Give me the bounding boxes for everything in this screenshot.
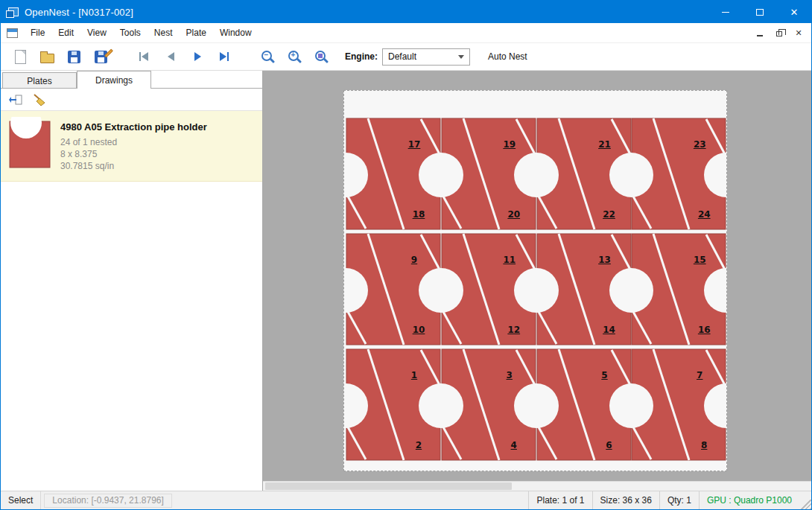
go-first-button[interactable]	[130, 45, 157, 68]
menu-file[interactable]: File	[24, 24, 51, 42]
menu-tools[interactable]: Tools	[113, 24, 148, 42]
tab-plates[interactable]: Plates	[2, 72, 77, 89]
part-number[interactable]: 24	[689, 209, 719, 220]
close-icon: ✕	[790, 7, 799, 17]
part-number[interactable]: 16	[689, 325, 719, 335]
go-first-icon	[139, 52, 148, 61]
status-qty: Qty: 1	[659, 491, 699, 509]
zoom-in-button[interactable]: +	[281, 45, 308, 68]
nested-part-pair[interactable]: 1718	[346, 117, 441, 231]
part-number[interactable]: 3	[495, 370, 524, 380]
engine-dropdown[interactable]: Default	[382, 48, 470, 66]
open-file-button[interactable]	[34, 45, 60, 68]
part-number[interactable]: 4	[499, 440, 529, 450]
nested-part-pair[interactable]: 910	[346, 232, 441, 346]
part-number[interactable]: 8	[689, 440, 719, 450]
status-size: Size: 36 x 36	[592, 491, 659, 509]
go-last-button[interactable]	[211, 45, 238, 68]
part-number[interactable]: 1	[399, 370, 429, 380]
menu-edit[interactable]: Edit	[51, 24, 80, 42]
menu-nest[interactable]: Nest	[148, 24, 180, 42]
engine-value: Default	[388, 51, 416, 62]
part-number[interactable]: 2	[404, 440, 434, 450]
save-button[interactable]	[60, 45, 87, 68]
menu-window[interactable]: Window	[213, 24, 258, 42]
nested-part-pair[interactable]: 34	[441, 348, 536, 462]
go-next-icon	[194, 52, 201, 61]
save-edit-button[interactable]	[87, 45, 114, 68]
part-number[interactable]: 15	[685, 255, 714, 265]
nested-part-pair[interactable]: 2324	[631, 117, 726, 231]
part-number[interactable]: 13	[590, 255, 620, 265]
window-title: OpenNest - [N0317-002]	[25, 7, 133, 18]
zoom-out-button[interactable]: −	[254, 45, 281, 68]
mdi-minimize-button[interactable]	[752, 26, 768, 39]
part-number[interactable]: 12	[499, 325, 529, 335]
new-file-icon	[15, 50, 26, 64]
mdi-minimize-icon	[757, 35, 763, 36]
engine-label: Engine:	[345, 51, 378, 62]
part-number[interactable]: 10	[404, 325, 434, 335]
close-button[interactable]: ✕	[777, 1, 811, 23]
drawing-thumbnail	[8, 117, 51, 173]
nested-part-pair[interactable]: 1112	[441, 232, 536, 346]
status-bar: Select Location: [-0.9437, 21.8796] Plat…	[1, 491, 811, 509]
nested-part-pair[interactable]: 56	[536, 348, 632, 462]
zoom-fit-button[interactable]	[308, 45, 334, 68]
part-number[interactable]: 20	[499, 209, 529, 220]
status-location: Location: [-0.9437, 21.8796]	[44, 494, 171, 508]
go-next-button[interactable]	[184, 45, 211, 68]
status-mode: Select	[1, 491, 41, 509]
drawing-title: 4980 A05 Extraction pipe holder	[60, 121, 207, 133]
new-file-button[interactable]	[7, 45, 34, 68]
part-number[interactable]: 6	[594, 440, 624, 450]
resize-grip[interactable]	[801, 499, 811, 509]
menu-view[interactable]: View	[80, 24, 113, 42]
part-number[interactable]: 18	[404, 209, 434, 220]
zoom-out-icon: −	[261, 51, 272, 61]
tab-drawings[interactable]: Drawings	[77, 71, 151, 89]
part-number[interactable]: 22	[594, 209, 624, 220]
left-panel: Plates Drawings	[1, 71, 263, 491]
tab-strip: Plates Drawings	[1, 71, 262, 89]
import-drawings-button[interactable]	[5, 90, 26, 109]
part-number[interactable]: 5	[590, 370, 620, 380]
drawing-list-item[interactable]: 4980 A05 Extraction pipe holder 24 of 1 …	[1, 111, 262, 182]
drawing-size: 8 x 8.375	[60, 148, 207, 160]
nested-part-pair[interactable]: 1314	[536, 232, 632, 346]
nest-canvas[interactable]: 171819202122232491011121314151612345678	[263, 71, 811, 491]
nested-part-pair[interactable]: 2122	[536, 117, 632, 231]
mdi-restore-button[interactable]	[771, 26, 787, 39]
part-number[interactable]: 23	[685, 139, 714, 150]
scrollbar-thumb[interactable]	[265, 482, 512, 490]
part-number[interactable]: 17	[399, 139, 429, 150]
menu-bar: File Edit View Tools Nest Plate Window ✕	[1, 23, 811, 43]
mdi-close-button[interactable]: ✕	[790, 26, 807, 39]
nested-part-pair[interactable]: 1516	[631, 232, 726, 346]
zoom-in-icon: +	[288, 51, 299, 61]
minimize-button[interactable]	[708, 1, 743, 23]
maximize-button[interactable]	[743, 1, 777, 23]
status-gpu: GPU : Quadro P1000	[699, 491, 799, 509]
mdi-restore-icon	[776, 31, 782, 36]
mdi-close-icon: ✕	[795, 29, 802, 37]
part-number[interactable]: 11	[495, 255, 524, 265]
part-number[interactable]: 9	[399, 255, 429, 265]
menu-plate[interactable]: Plate	[180, 24, 213, 42]
clear-drawings-button[interactable]	[29, 90, 50, 109]
minimize-icon	[722, 12, 729, 13]
nested-part-pair[interactable]: 78	[631, 348, 726, 462]
auto-nest-button[interactable]: Auto Nest	[480, 47, 535, 66]
document-window-icon	[7, 28, 18, 38]
title-bar: OpenNest - [N0317-002] ✕	[1, 1, 811, 23]
part-number[interactable]: 21	[590, 139, 620, 150]
part-number[interactable]: 14	[594, 325, 624, 335]
go-previous-button[interactable]	[157, 45, 184, 68]
plate: 171819202122232491011121314151612345678	[343, 90, 727, 471]
nested-part-pair[interactable]: 12	[346, 348, 441, 462]
canvas-horizontal-scrollbar[interactable]	[263, 481, 811, 491]
part-number[interactable]: 7	[685, 370, 714, 380]
nested-part-pair[interactable]: 1920	[441, 117, 536, 231]
part-number[interactable]: 19	[495, 139, 524, 150]
drawing-area: 30.7815 sq/in	[60, 160, 207, 172]
